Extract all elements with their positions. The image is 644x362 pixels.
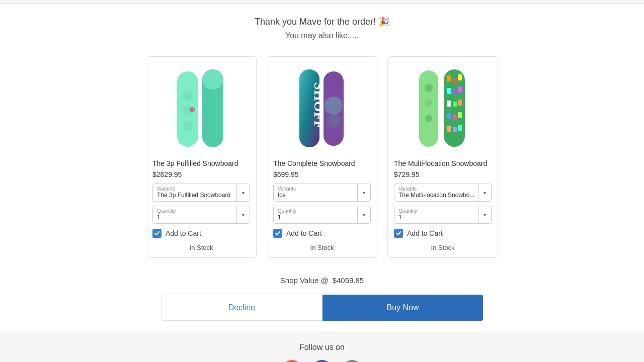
add-to-cart-row-1: Add to Cart bbox=[152, 229, 250, 238]
svg-rect-24 bbox=[447, 101, 451, 107]
snowboard-image-2: SHOFF bbox=[297, 65, 347, 151]
add-to-cart-row-2: Add to Cart bbox=[273, 229, 371, 238]
svg-rect-20 bbox=[458, 74, 462, 80]
instagram-button[interactable] bbox=[281, 360, 303, 362]
svg-point-1 bbox=[183, 90, 193, 101]
header-section: Thank you Mave for the order! 🎉 You may … bbox=[0, 4, 644, 48]
variant-select-2[interactable]: Variants Ice ▾ bbox=[273, 184, 371, 202]
footer-section: Follow us on bbox=[0, 331, 644, 362]
chevron-down-icon-variant-2: ▾ bbox=[363, 190, 365, 196]
quantity-dropdown-arrow-2[interactable]: ▾ bbox=[357, 206, 370, 223]
shop-value-row: Shop Value @ $4059.85 bbox=[0, 268, 644, 295]
variant-dropdown-arrow-2[interactable]: ▾ bbox=[357, 184, 370, 201]
product-image-1 bbox=[152, 63, 250, 153]
quantity-select-2[interactable]: Quantity 1 ▾ bbox=[273, 206, 371, 224]
product-image-2: SHOFF bbox=[273, 63, 371, 153]
quantity-value-2: 1 bbox=[278, 214, 355, 221]
svg-rect-28 bbox=[453, 115, 457, 120]
variant-select-3[interactable]: Variants The Multi-location Snowboard ▾ bbox=[394, 184, 492, 202]
svg-rect-18 bbox=[447, 75, 451, 81]
product-name-3: The Multi-location Snowboard bbox=[394, 159, 492, 167]
stock-status-2: In Stock bbox=[273, 242, 371, 251]
suggestion-text: You may also like..... bbox=[8, 31, 636, 40]
svg-rect-29 bbox=[458, 112, 462, 118]
variant-label-1: Variants bbox=[157, 186, 175, 192]
variant-value-1: The 3p Fulfilled Snowboard bbox=[157, 192, 234, 199]
quantity-select-1[interactable]: Quantity 1 ▾ bbox=[152, 206, 250, 224]
add-to-cart-label-2: Add to Cart bbox=[286, 229, 322, 237]
add-to-cart-label-1: Add to Cart bbox=[166, 229, 201, 237]
product-image-3 bbox=[394, 63, 492, 153]
quantity-value-3: 1 bbox=[398, 214, 476, 221]
snowboard-image-1 bbox=[176, 65, 226, 151]
quantity-select-3[interactable]: Quantity 1 ▾ bbox=[394, 206, 492, 224]
svg-point-15 bbox=[425, 100, 432, 107]
quantity-label-1: Quantity bbox=[157, 208, 176, 214]
decline-button[interactable]: Decline bbox=[161, 295, 323, 321]
stock-status-1: In Stock bbox=[152, 242, 250, 251]
svg-point-12 bbox=[327, 114, 341, 128]
top-bar bbox=[0, 0, 644, 4]
page-container: Thank you Mave for the order! 🎉 You may … bbox=[0, 0, 644, 362]
variant-label-3: Variants bbox=[398, 186, 417, 192]
follow-us-text: Follow us on bbox=[8, 343, 636, 352]
buy-now-button[interactable]: Buy Now bbox=[323, 295, 483, 321]
svg-rect-25 bbox=[453, 102, 457, 107]
product-card-1: The 3p Fulfilled Snowboard $2629.95 Vari… bbox=[146, 56, 257, 258]
action-buttons-inner: Decline Buy Now bbox=[161, 295, 483, 321]
link-button[interactable] bbox=[341, 360, 363, 362]
add-to-cart-checkbox-3[interactable] bbox=[394, 229, 403, 238]
svg-rect-27 bbox=[447, 113, 451, 119]
variant-value-2: Ice bbox=[278, 192, 355, 199]
checkmark-icon-1 bbox=[154, 230, 160, 236]
svg-rect-31 bbox=[453, 127, 457, 132]
svg-point-16 bbox=[425, 115, 432, 122]
product-card-2: SHOFF The Com bbox=[267, 56, 377, 258]
quantity-dropdown-arrow-1[interactable]: ▾ bbox=[236, 206, 250, 223]
chevron-down-icon-qty-3: ▾ bbox=[484, 212, 486, 218]
svg-rect-19 bbox=[453, 78, 457, 83]
shop-value-label: Shop Value @ bbox=[280, 276, 329, 285]
checkmark-icon-2 bbox=[275, 230, 281, 236]
variant-dropdown-arrow-1[interactable]: ▾ bbox=[236, 184, 250, 201]
quantity-dropdown-arrow-3[interactable]: ▾ bbox=[478, 206, 491, 223]
svg-rect-30 bbox=[447, 126, 451, 132]
facebook-button[interactable] bbox=[311, 360, 333, 362]
svg-rect-32 bbox=[458, 125, 462, 131]
shop-value-amount: $4059.85 bbox=[333, 276, 364, 285]
chevron-down-icon-qty-2: ▾ bbox=[363, 212, 365, 218]
add-to-cart-checkbox-2[interactable] bbox=[273, 229, 282, 238]
svg-rect-26 bbox=[458, 100, 462, 106]
svg-rect-22 bbox=[453, 89, 457, 95]
chevron-down-icon-variant-1: ▾ bbox=[242, 190, 245, 196]
product-price-3: $729.95 bbox=[394, 170, 492, 178]
chevron-down-icon-variant-3: ▾ bbox=[484, 190, 486, 196]
action-buttons-wrapper: Decline Buy Now bbox=[0, 295, 644, 331]
variant-label-2: Variants bbox=[278, 186, 296, 192]
checkmark-icon-3 bbox=[395, 230, 401, 236]
variant-dropdown-arrow-3[interactable]: ▾ bbox=[478, 184, 491, 201]
svg-point-3 bbox=[183, 121, 193, 131]
svg-rect-23 bbox=[458, 86, 462, 93]
quantity-value-1: 1 bbox=[157, 214, 234, 221]
add-to-cart-label-3: Add to Cart bbox=[407, 229, 443, 237]
quantity-label-2: Quantity bbox=[278, 208, 296, 214]
svg-point-14 bbox=[425, 84, 433, 92]
product-name-1: The 3p Fulfilled Snowboard bbox=[152, 159, 250, 167]
svg-rect-13 bbox=[419, 70, 438, 147]
thank-you-text: Thank you Mave for the order! 🎉 bbox=[8, 16, 636, 27]
variant-select-1[interactable]: Variants The 3p Fulfilled Snowboard ▾ bbox=[152, 184, 250, 202]
add-to-cart-checkbox-1[interactable] bbox=[152, 229, 162, 238]
product-name-2: The Complete Snowboard bbox=[273, 159, 371, 167]
product-price-1: $2629.95 bbox=[152, 170, 250, 178]
product-card-3: The Multi-location Snowboard $729.95 Var… bbox=[387, 56, 498, 258]
chevron-down-icon-qty-1: ▾ bbox=[242, 212, 245, 218]
quantity-label-3: Quantity bbox=[398, 208, 417, 214]
products-grid: The 3p Fulfilled Snowboard $2629.95 Vari… bbox=[126, 48, 518, 266]
svg-point-4 bbox=[190, 107, 195, 112]
variant-value-3: The Multi-location Snowboard bbox=[398, 192, 476, 199]
svg-rect-6 bbox=[202, 69, 223, 89]
social-icons bbox=[8, 360, 636, 362]
svg-rect-21 bbox=[447, 88, 451, 94]
product-price-2: $699.95 bbox=[273, 170, 371, 178]
